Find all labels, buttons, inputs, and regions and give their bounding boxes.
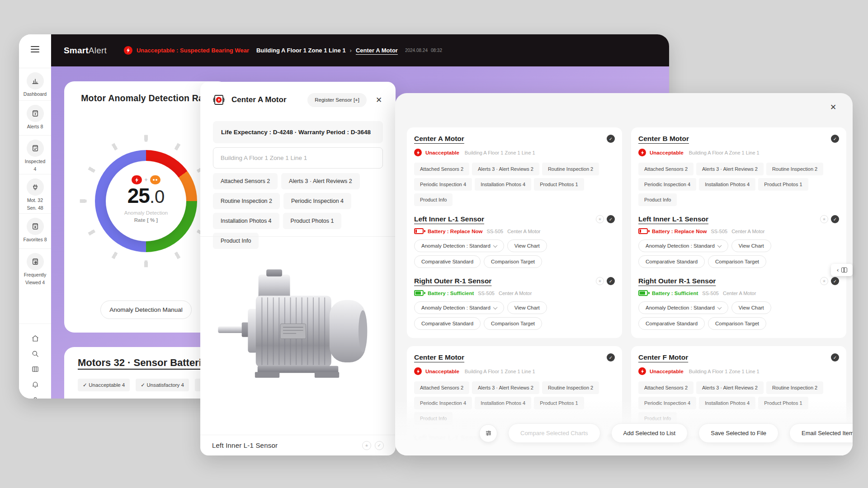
motor-chip[interactable]: Alerts 3 · Alert Reviews 2 xyxy=(472,163,539,175)
detail-chip[interactable]: Attached Sensors 2 xyxy=(213,173,278,189)
selected-check-icon[interactable] xyxy=(831,353,839,361)
location-input[interactable] xyxy=(213,147,383,169)
sidebar-item-inspected[interactable]: Inspected 4 xyxy=(19,135,51,174)
compare-selected-charts-button[interactable]: Compare Selected Charts xyxy=(508,423,600,443)
select-check-icon[interactable] xyxy=(375,441,384,450)
motor-chip[interactable]: Product Info xyxy=(638,193,677,206)
motor-chip[interactable]: Product Photos 1 xyxy=(534,178,584,191)
status-filter-chip[interactable]: Unsatisfactory 4 xyxy=(136,379,189,391)
alert-message[interactable]: Unacceptable : Suspected Bearing Wear xyxy=(137,47,249,54)
selected-check-icon[interactable] xyxy=(831,277,839,285)
motor-chip[interactable]: Attached Sensors 2 xyxy=(638,381,693,394)
comparison-target-button[interactable]: Comparison Target xyxy=(708,255,766,268)
save-selected-to-file-button[interactable]: Save Selected to File xyxy=(698,423,778,443)
anomaly-detection-select[interactable]: Anomaly Detection : Standard xyxy=(638,239,728,252)
modal-sensor-row[interactable]: Left Inner L-1 Sensor xyxy=(200,435,396,455)
sensor-title[interactable]: Left Inner L-1 Sensor xyxy=(414,434,484,442)
motor-card-title[interactable]: Center A Motor xyxy=(414,135,464,143)
motor-chip[interactable]: Periodic Inspection 4 xyxy=(638,178,696,191)
motor-chip[interactable]: Product Photos 1 xyxy=(758,397,808,409)
sensor-title[interactable]: Left Inner L-1 Sensor xyxy=(638,215,708,223)
motor-chip[interactable]: Alerts 3 · Alert Reviews 2 xyxy=(696,381,764,394)
register-sensor-button[interactable]: Register Sensor [+] xyxy=(307,93,367,107)
detail-chip[interactable]: Routine Inspection 2 xyxy=(213,193,280,209)
status-filter-chip[interactable]: Unacceptable 4 xyxy=(78,379,130,391)
bell-icon[interactable] xyxy=(31,380,39,389)
motor-chip[interactable]: Routine Inspection 2 xyxy=(542,381,599,394)
motor-chip[interactable]: Periodic Inspection 4 xyxy=(638,397,696,409)
detail-chip[interactable]: Periodic Inspection 4 xyxy=(283,193,351,209)
menu-icon[interactable] xyxy=(31,46,39,54)
motor-chip[interactable]: Routine Inspection 2 xyxy=(766,163,823,175)
sidebar-item-motors-sensors[interactable]: Mot. 32 Sen. 48 xyxy=(19,174,51,213)
home-icon[interactable] xyxy=(31,334,39,343)
motor-chip[interactable]: Periodic Inspection 4 xyxy=(414,178,472,191)
filter-settings-button[interactable] xyxy=(479,424,497,442)
search-icon[interactable] xyxy=(31,349,39,358)
comparison-target-button[interactable]: Comparison Target xyxy=(708,317,766,330)
anomaly-detection-select[interactable]: Anomaly Detection : Standard xyxy=(638,301,728,314)
columns-icon[interactable] xyxy=(31,365,39,373)
selected-check-icon[interactable] xyxy=(607,135,615,143)
view-chart-button[interactable]: View Chart xyxy=(731,301,771,314)
detail-chip[interactable]: Installation Photos 4 xyxy=(213,213,279,229)
selected-check-icon[interactable] xyxy=(831,135,839,143)
comparative-standard-button[interactable]: Comparative Standard xyxy=(414,255,481,268)
motor-chip[interactable]: Product Info xyxy=(414,412,453,425)
motor-chip[interactable]: Product Info xyxy=(638,412,677,425)
close-icon[interactable] xyxy=(828,102,838,112)
view-chart-button[interactable]: View Chart xyxy=(507,301,547,314)
selected-check-icon[interactable] xyxy=(607,353,615,361)
motor-chip[interactable]: Routine Inspection 2 xyxy=(766,381,823,394)
motor-chip[interactable]: Product Photos 1 xyxy=(758,178,808,191)
detail-chip[interactable]: Product Photos 1 xyxy=(283,213,342,229)
comparative-standard-button[interactable]: Comparative Standard xyxy=(638,255,705,268)
sensor-title[interactable]: Left Inner L-1 Sensor xyxy=(414,215,484,223)
close-icon[interactable] xyxy=(374,95,384,105)
add-selected-to-list-button[interactable]: Add Selected to List xyxy=(611,423,688,443)
sidebar-item-favorites[interactable]: Favorites 8 xyxy=(19,213,51,249)
detail-chip[interactable]: Alerts 3 · Alert Reviews 2 xyxy=(281,173,360,189)
comparative-standard-button[interactable]: Comparative Standard xyxy=(638,317,705,330)
view-chart-button[interactable]: View Chart xyxy=(507,239,547,252)
user-icon[interactable] xyxy=(31,395,39,399)
favorite-star-icon[interactable] xyxy=(820,215,828,223)
favorite-star-icon[interactable] xyxy=(596,215,604,223)
selected-check-icon[interactable] xyxy=(607,215,615,223)
anomaly-detection-select[interactable]: Anomaly Detection : Standard xyxy=(414,239,504,252)
motor-chip[interactable]: Periodic Inspection 4 xyxy=(414,397,472,409)
motor-chip[interactable]: Alerts 3 · Alert Reviews 2 xyxy=(472,381,539,394)
selected-check-icon[interactable] xyxy=(607,277,615,285)
comparison-target-button[interactable]: Comparison Target xyxy=(484,317,542,330)
motor-chip[interactable]: Product Info xyxy=(414,193,453,206)
favorite-star-icon[interactable] xyxy=(820,277,828,285)
anomaly-detection-manual-button[interactable]: Anomaly Detection Manual xyxy=(100,300,192,319)
view-chart-button[interactable]: View Chart xyxy=(731,239,771,252)
sensor-title[interactable]: Right Outer R-1 Sensor xyxy=(638,277,716,285)
anomaly-detection-select[interactable]: Anomaly Detection : Standard xyxy=(414,301,504,314)
motor-card-title[interactable]: Center E Motor xyxy=(414,353,464,361)
breadcrumb-current[interactable]: Center A Motor xyxy=(356,47,398,54)
motor-chip[interactable]: Attached Sensors 2 xyxy=(414,381,469,394)
favorite-star-icon[interactable] xyxy=(362,441,371,450)
motor-chip[interactable]: Product Photos 1 xyxy=(534,397,584,409)
collapse-panel-button[interactable] xyxy=(831,264,853,276)
selected-check-icon[interactable] xyxy=(831,215,839,223)
favorite-star-icon[interactable] xyxy=(596,277,604,285)
motor-chip[interactable]: Alerts 3 · Alert Reviews 2 xyxy=(696,163,764,175)
sensor-title[interactable]: Right Outer R-1 Sensor xyxy=(414,277,491,285)
motor-chip[interactable]: Attached Sensors 2 xyxy=(414,163,469,175)
detail-chip[interactable]: Product Info xyxy=(213,233,259,249)
motor-chip[interactable]: Installation Photos 4 xyxy=(699,178,755,191)
motor-chip[interactable]: Installation Photos 4 xyxy=(699,397,755,409)
sidebar-item-frequently-viewed[interactable]: Frequently Viewed 4 xyxy=(19,249,51,289)
comparative-standard-button[interactable]: Comparative Standard xyxy=(414,317,481,330)
motor-chip[interactable]: Installation Photos 4 xyxy=(475,397,531,409)
motor-card-title[interactable]: Center B Motor xyxy=(638,135,689,143)
motor-chip[interactable]: Attached Sensors 2 xyxy=(638,163,693,175)
comparison-target-button[interactable]: Comparison Target xyxy=(484,255,542,268)
sidebar-item-dashboard[interactable]: Dashboard xyxy=(19,68,51,100)
motor-chip[interactable]: Installation Photos 4 xyxy=(475,178,531,191)
sidebar-item-alerts[interactable]: Alerts 8 xyxy=(19,100,51,135)
email-selected-items-button[interactable]: Email Selected Items xyxy=(789,423,853,443)
